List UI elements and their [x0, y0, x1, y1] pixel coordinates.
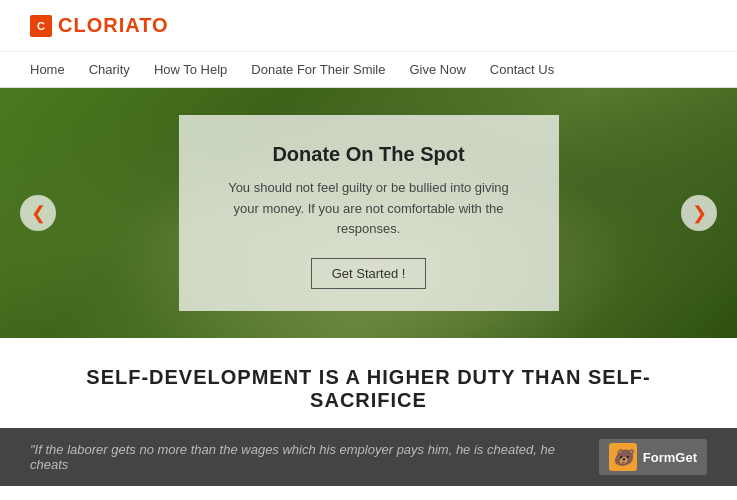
logo[interactable]: C CLORIATO [30, 14, 169, 37]
hero-content-box: Donate On The Spot You should not feel g… [179, 115, 559, 311]
hero-description: You should not feel guilty or be bullied… [219, 178, 519, 240]
logo-text: CLORIATO [58, 14, 169, 37]
hero-next-button[interactable]: ❯ [681, 195, 717, 231]
hero-title: Donate On The Spot [219, 143, 519, 166]
nav-item-home[interactable]: Home [30, 62, 65, 77]
hero-section: ❮ Donate On The Spot You should not feel… [0, 88, 737, 338]
nav-item-donate[interactable]: Donate For Their Smile [251, 62, 385, 77]
formget-badge[interactable]: 🐻 FormGet [599, 439, 707, 475]
formget-icon: 🐻 [609, 443, 637, 471]
nav-item-charity[interactable]: Charity [89, 62, 130, 77]
site-header: C CLORIATO [0, 0, 737, 52]
logo-icon: C [30, 15, 52, 37]
main-nav: Home Charity How To Help Donate For Thei… [0, 52, 737, 88]
nav-item-how-to-help[interactable]: How To Help [154, 62, 227, 77]
hero-prev-button[interactable]: ❮ [20, 195, 56, 231]
section-heading: SELF-DEVELOPMENT IS A HIGHER DUTY THAN S… [0, 338, 737, 422]
nav-item-give-now[interactable]: Give Now [410, 62, 466, 77]
formget-label: FormGet [643, 450, 697, 465]
quote-text: "If the laborer gets no more than the wa… [30, 442, 579, 472]
nav-item-contact[interactable]: Contact Us [490, 62, 554, 77]
get-started-button[interactable]: Get Started ! [311, 258, 427, 289]
quote-bar: "If the laborer gets no more than the wa… [0, 428, 737, 486]
